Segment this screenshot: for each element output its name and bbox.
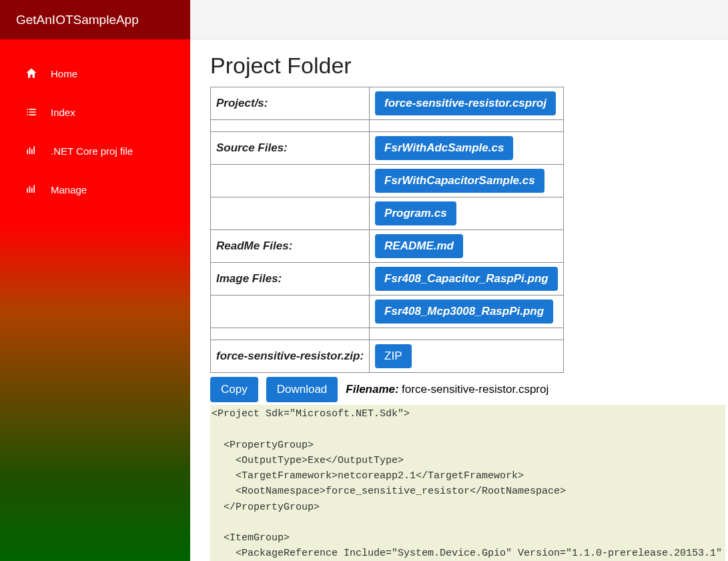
row-source-3: Program.cs xyxy=(211,197,564,230)
projects-cell: force-sensitive-resistor.csproj xyxy=(370,87,564,120)
nav-index-label: Index xyxy=(51,107,75,118)
row-readme: ReadMe Files: README.md xyxy=(211,230,564,263)
nav-proj-file[interactable]: .NET Core proj file xyxy=(0,131,190,170)
nav-proj-file-label: .NET Core proj file xyxy=(51,145,133,157)
zip-button[interactable]: ZIP xyxy=(375,344,411,368)
image-file-button-2[interactable]: Fsr408_Mcp3008_RaspPi.png xyxy=(375,300,553,324)
readme-label: ReadMe Files: xyxy=(211,230,370,263)
sidebar: GetAnIOTSampleApp Home Index .NET Core p… xyxy=(0,0,190,561)
nav-manage-label: Manage xyxy=(51,184,87,195)
row-projects: Project/s: force-sensitive-resistor.cspr… xyxy=(211,87,564,120)
source-file-button-1[interactable]: FsrWithAdcSample.cs xyxy=(375,136,513,160)
spacer-row xyxy=(211,120,564,132)
code-viewer[interactable]: <Project Sdk="Microsoft.NET.Sdk"> <Prope… xyxy=(210,405,725,561)
source-label: Source Files: xyxy=(211,132,370,165)
row-source-2: FsrWithCapacitorSample.cs xyxy=(211,165,564,197)
copy-button[interactable]: Copy xyxy=(210,377,258,402)
nav-index[interactable]: Index xyxy=(0,93,190,131)
home-icon xyxy=(24,66,39,81)
nav-home[interactable]: Home xyxy=(0,54,190,93)
action-row: Copy Download Filename: force-sensitive-… xyxy=(210,377,708,402)
bars-icon-2 xyxy=(24,182,39,197)
nav-home-label: Home xyxy=(51,68,77,79)
row-zip: force-sensitive-resistor.zip: ZIP xyxy=(211,340,564,373)
download-button[interactable]: Download xyxy=(266,377,338,402)
image-file-button-1[interactable]: Fsr408_Capacitor_RaspPi.png xyxy=(375,267,558,291)
image-label: Image Files: xyxy=(211,263,370,296)
nav-manage[interactable]: Manage xyxy=(0,170,190,209)
row-image-2: Fsr408_Mcp3008_RaspPi.png xyxy=(211,296,564,328)
source-file-button-3[interactable]: Program.cs xyxy=(375,201,456,225)
list-icon xyxy=(24,105,39,119)
nav: Home Index .NET Core proj file Manage xyxy=(0,39,190,209)
topbar xyxy=(190,0,728,39)
page-title: Project Folder xyxy=(210,53,708,79)
spacer-row-2 xyxy=(211,328,564,340)
zip-label: force-sensitive-resistor.zip: xyxy=(211,340,370,373)
row-image-1: Image Files: Fsr408_Capacitor_RaspPi.png xyxy=(211,263,564,296)
filename-value: force-sensitive-resistor.csproj xyxy=(402,383,549,396)
brand-title: GetAnIOTSampleApp xyxy=(0,0,190,39)
project-file-button[interactable]: force-sensitive-resistor.csproj xyxy=(375,91,556,115)
bars-icon xyxy=(24,143,39,158)
projects-label: Project/s: xyxy=(211,87,370,120)
row-source-1: Source Files: FsrWithAdcSample.cs xyxy=(211,132,564,165)
filename-label: Filename: xyxy=(346,383,398,396)
project-table: Project/s: force-sensitive-resistor.cspr… xyxy=(210,87,564,373)
readme-file-button[interactable]: README.md xyxy=(375,234,463,258)
source-file-button-2[interactable]: FsrWithCapacitorSample.cs xyxy=(375,169,544,193)
main-content: Project Folder Project/s: force-sensitiv… xyxy=(190,39,728,561)
